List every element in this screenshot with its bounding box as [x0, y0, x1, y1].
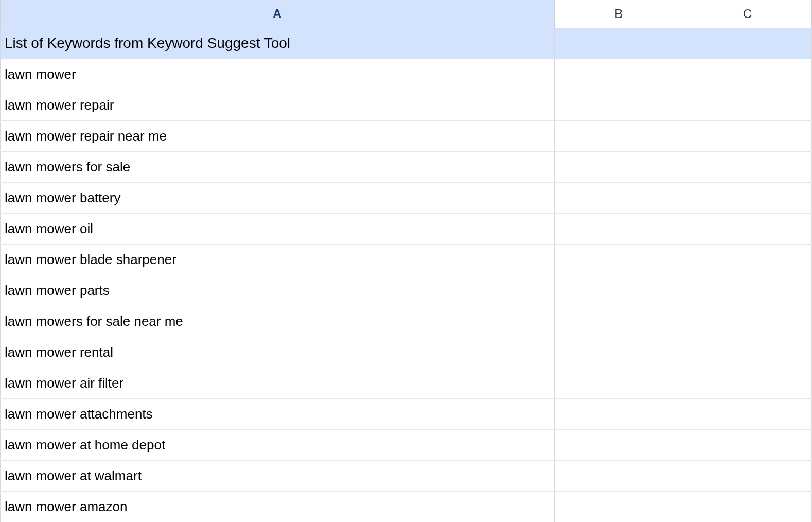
table-row: lawn mower amazon: [1, 491, 812, 522]
cell-a9[interactable]: lawn mower parts: [1, 275, 555, 306]
cell-c10[interactable]: [683, 306, 811, 337]
table-row: lawn mowers for sale near me: [1, 306, 812, 337]
cell-a7[interactable]: lawn mower oil: [1, 213, 555, 244]
cell-a4[interactable]: lawn mower repair near me: [1, 120, 555, 151]
table-row: List of Keywords from Keyword Suggest To…: [1, 28, 812, 59]
cell-c14[interactable]: [683, 429, 811, 460]
table-row: lawn mower repair: [1, 90, 812, 120]
table-row: lawn mower parts: [1, 275, 812, 306]
cell-c1[interactable]: [683, 28, 811, 59]
cell-b11[interactable]: [554, 337, 683, 368]
cell-b16[interactable]: [554, 491, 683, 522]
cell-c8[interactable]: [683, 244, 811, 275]
table-row: lawn mowers for sale: [1, 151, 812, 182]
cell-c6[interactable]: [683, 182, 811, 213]
cell-a6[interactable]: lawn mower battery: [1, 182, 555, 213]
table-row: lawn mower at walmart: [1, 460, 812, 491]
cell-b4[interactable]: [554, 120, 683, 151]
cell-c3[interactable]: [683, 90, 811, 120]
cell-a16[interactable]: lawn mower amazon: [1, 491, 555, 522]
table-row: lawn mower repair near me: [1, 120, 812, 151]
cell-c16[interactable]: [683, 491, 811, 522]
cell-c5[interactable]: [683, 151, 811, 182]
cell-b14[interactable]: [554, 429, 683, 460]
cell-b12[interactable]: [554, 368, 683, 398]
cell-c11[interactable]: [683, 337, 811, 368]
table-row: lawn mower attachments: [1, 398, 812, 429]
cell-b1[interactable]: [554, 28, 683, 59]
column-header-b[interactable]: B: [554, 0, 683, 28]
cell-b2[interactable]: [554, 59, 683, 90]
cell-c2[interactable]: [683, 59, 811, 90]
cell-b9[interactable]: [554, 275, 683, 306]
cell-a11[interactable]: lawn mower rental: [1, 337, 555, 368]
cell-a3[interactable]: lawn mower repair: [1, 90, 555, 120]
cell-b10[interactable]: [554, 306, 683, 337]
table-row: lawn mower battery: [1, 182, 812, 213]
cell-a13[interactable]: lawn mower attachments: [1, 398, 555, 429]
column-header-c[interactable]: C: [683, 0, 811, 28]
cell-c12[interactable]: [683, 368, 811, 398]
cell-a12[interactable]: lawn mower air filter: [1, 368, 555, 398]
cell-c15[interactable]: [683, 460, 811, 491]
table-row: lawn mower rental: [1, 337, 812, 368]
cell-a5[interactable]: lawn mowers for sale: [1, 151, 555, 182]
cell-b8[interactable]: [554, 244, 683, 275]
cell-a8[interactable]: lawn mower blade sharpener: [1, 244, 555, 275]
cell-b3[interactable]: [554, 90, 683, 120]
cell-c4[interactable]: [683, 120, 811, 151]
cell-b15[interactable]: [554, 460, 683, 491]
cell-c13[interactable]: [683, 398, 811, 429]
spreadsheet-grid[interactable]: A B C List of Keywords from Keyword Sugg…: [0, 0, 812, 522]
table-row: lawn mower at home depot: [1, 429, 812, 460]
cell-c7[interactable]: [683, 213, 811, 244]
cell-a1[interactable]: List of Keywords from Keyword Suggest To…: [1, 28, 555, 59]
cell-b5[interactable]: [554, 151, 683, 182]
cell-a2[interactable]: lawn mower: [1, 59, 555, 90]
cell-b13[interactable]: [554, 398, 683, 429]
column-header-a[interactable]: A: [1, 0, 555, 28]
table-row: lawn mower blade sharpener: [1, 244, 812, 275]
cell-b6[interactable]: [554, 182, 683, 213]
column-header-row: A B C: [1, 0, 812, 28]
cell-c9[interactable]: [683, 275, 811, 306]
table-row: lawn mower: [1, 59, 812, 90]
cell-b7[interactable]: [554, 213, 683, 244]
cell-a14[interactable]: lawn mower at home depot: [1, 429, 555, 460]
table-row: lawn mower oil: [1, 213, 812, 244]
cell-a15[interactable]: lawn mower at walmart: [1, 460, 555, 491]
cell-a10[interactable]: lawn mowers for sale near me: [1, 306, 555, 337]
table-row: lawn mower air filter: [1, 368, 812, 398]
